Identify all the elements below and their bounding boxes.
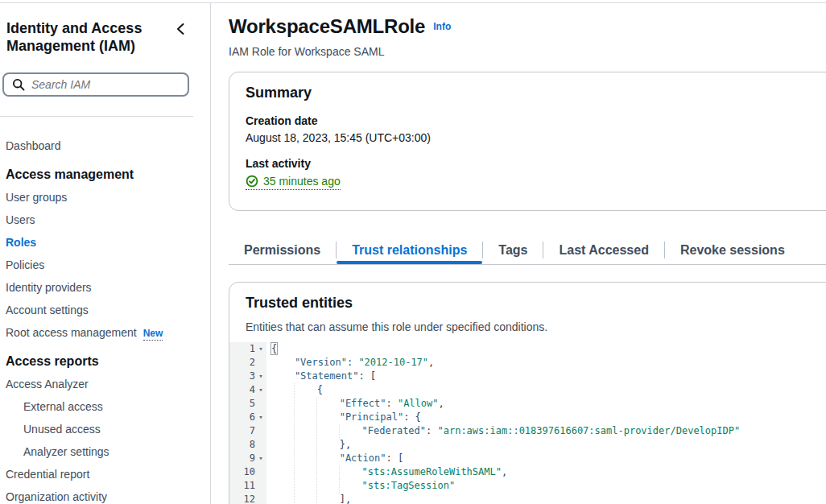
json-string: "sts:TagSession" [362, 480, 456, 491]
last-activity-value[interactable]: 35 minutes ago [246, 175, 341, 190]
sidebar-item-root-access-management[interactable]: Root access managementNew [6, 321, 210, 344]
search-input[interactable] [31, 78, 180, 91]
code-line-text: "Version": "2012-10-17", [266, 356, 434, 370]
iam-console-screen: Identity and Access Management (IAM) Das… [0, 0, 826, 504]
line-number: 8 [250, 438, 255, 452]
indent-space [339, 465, 362, 479]
sidebar-section-access-management: Access management [6, 163, 210, 186]
page-title: WorkspaceSAMLRole [229, 15, 425, 37]
code-line: 10"sts:AssumeRoleWithSAML", [229, 465, 826, 479]
sidebar-nav: DashboardAccess managementUser groupsUse… [0, 117, 210, 504]
indent-space [339, 424, 362, 438]
code-line: 6▾"Principal": { [229, 411, 826, 424]
tab-last-accessed[interactable]: Last Accessed [543, 236, 663, 264]
code-line-text: "sts:AssumeRoleWithSAML", [266, 465, 507, 479]
fold-icon[interactable]: ▾ [255, 452, 266, 465]
sidebar-item-dashboard[interactable]: Dashboard [6, 134, 210, 157]
json-string: "Allow" [398, 398, 439, 409]
policy-editor[interactable]: 1▾{2"Version": "2012-10-17",3▾"Statement… [229, 342, 826, 504]
fold-icon[interactable]: ▾ [255, 370, 266, 383]
editor-gutter-cell: 3▾ [229, 370, 266, 383]
json-punctuation: { [317, 384, 323, 395]
sidebar-item-label: Access Analyzer [6, 378, 89, 390]
indent-space [271, 370, 295, 383]
new-badge[interactable]: New [143, 328, 163, 341]
sidebar-item-label: User groups [6, 191, 67, 204]
json-punctuation: : [386, 398, 397, 409]
line-number: 10 [244, 465, 255, 479]
indent-guide [294, 479, 317, 493]
json-punctuation: : { [403, 411, 421, 423]
editor-gutter-cell: 4▾ [229, 383, 266, 397]
editor-gutter-cell: 8 [229, 438, 266, 452]
sidebar-item-account-settings[interactable]: Account settings [6, 299, 210, 321]
sidebar-item-credential-report[interactable]: Credential report [6, 463, 210, 485]
code-line-text: "sts:TagSession" [266, 479, 455, 493]
tab-trust-relationships[interactable]: Trust relationships [337, 236, 482, 264]
code-line: 1▾{ [229, 342, 826, 356]
sidebar-item-label: Identity providers [6, 281, 92, 294]
code-line: 9▾"Action": [ [229, 452, 826, 465]
code-line: 12], [229, 493, 826, 504]
fold-icon[interactable]: ▾ [255, 411, 266, 424]
indent-guide [294, 411, 317, 424]
tab-revoke-sessions[interactable]: Revoke sessions [665, 236, 800, 264]
chevron-left-icon [175, 23, 186, 35]
creation-date-value: August 18, 2023, 15:45 (UTC+03:00) [246, 131, 826, 144]
indent-guide [271, 438, 295, 452]
line-number: 1 [250, 342, 255, 356]
line-number: 12 [244, 493, 255, 504]
indent-space [316, 411, 340, 424]
sidebar-item-roles[interactable]: Roles [6, 231, 210, 254]
code-line-text: "Federated": "arn:aws:iam::018397616607:… [266, 424, 740, 438]
json-punctuation: : [347, 357, 358, 368]
code-line: 4▾{ [229, 383, 826, 397]
sidebar-item-external-access[interactable]: External access [6, 395, 210, 418]
indent-guide [271, 424, 295, 438]
collapse-sidebar-button[interactable] [173, 21, 188, 39]
code-line-text: "Statement": [ [266, 370, 376, 383]
sidebar-item-user-groups[interactable]: User groups [6, 186, 210, 209]
sidebar-item-organization-activity[interactable]: Organization activity [6, 485, 210, 504]
code-line-text: { [266, 342, 277, 356]
sidebar-section-access-reports: Access reports [6, 350, 210, 373]
json-punctuation: { [271, 343, 277, 354]
indent-guide [294, 465, 317, 479]
editor-gutter-cell: 2 [229, 356, 266, 370]
editor-gutter-cell: 12 [229, 493, 266, 504]
json-punctuation: , [502, 466, 507, 477]
sidebar-item-access-analyzer[interactable]: Access Analyzer [6, 373, 210, 395]
indent-guide [271, 493, 295, 504]
line-number: 9 [250, 452, 255, 465]
sidebar-item-analyzer-settings[interactable]: Analyzer settings [6, 440, 210, 463]
sidebar-item-label: Policies [6, 258, 44, 271]
sidebar-header: Identity and Access Management (IAM) [0, 3, 210, 55]
indent-guide [271, 411, 295, 424]
line-number: 7 [250, 424, 255, 438]
tab-permissions[interactable]: Permissions [229, 236, 336, 264]
trusted-entities-header: Trusted entities Entities that can assum… [229, 283, 826, 333]
search-icon [12, 78, 25, 91]
line-number: 3 [250, 370, 255, 383]
fold-icon[interactable]: ▾ [255, 383, 266, 397]
sidebar-item-identity-providers[interactable]: Identity providers [6, 276, 210, 299]
indent-guide [294, 452, 317, 465]
tab-tags[interactable]: Tags [483, 236, 543, 264]
sidebar-item-policies[interactable]: Policies [6, 254, 210, 276]
code-line-text: ], [266, 493, 351, 504]
editor-gutter-cell: 10 [229, 465, 266, 479]
sidebar-title: Identity and Access Management (IAM) [6, 19, 151, 55]
code-line-text: }, [266, 438, 351, 452]
info-link[interactable]: Info [433, 21, 451, 32]
sidebar-item-unused-access[interactable]: Unused access [6, 418, 210, 440]
sidebar-item-users[interactable]: Users [6, 209, 210, 231]
last-activity-text: 35 minutes ago [263, 175, 341, 188]
fold-icon[interactable]: ▾ [255, 342, 266, 356]
code-line: 2"Version": "2012-10-17", [229, 356, 826, 370]
sidebar-item-label: Organization activity [6, 490, 107, 503]
indent-space [316, 493, 340, 504]
indent-guide [294, 424, 317, 438]
json-punctuation: }, [340, 439, 351, 450]
editor-gutter-cell: 5 [229, 397, 266, 411]
iam-search-box[interactable] [2, 72, 189, 97]
